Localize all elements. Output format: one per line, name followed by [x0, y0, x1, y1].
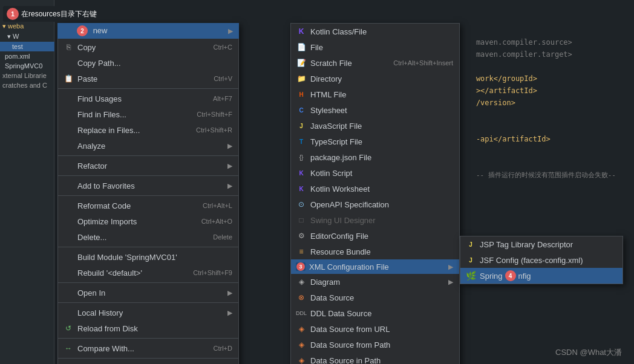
new-swing: □ Swing UI Designer — [291, 212, 459, 228]
xml-spring-config[interactable]: 🌿 Spring 4 nfig — [460, 268, 623, 284]
new-directory[interactable]: 📁 Directory — [291, 71, 459, 86]
new-label: 2 new — [77, 25, 107, 36]
new-kotlin-class-label: Kotlin Class/File — [310, 27, 367, 36]
copy-path-icon — [63, 57, 74, 68]
refactor-arrow: ▶ — [227, 162, 232, 170]
new-kotlin-class[interactable]: K Kotlin Class/File — [291, 24, 459, 39]
tree-item-test: test — [0, 42, 54, 51]
menu-copy[interactable]: ⎘ Copy Ctrl+C — [58, 39, 238, 55]
xml-jsf-config[interactable]: J JSF Config (faces-config.xml) — [460, 252, 623, 268]
new-stylesheet-label: Stylesheet — [310, 106, 347, 115]
menu-local-history[interactable]: Local History ▶ — [58, 305, 238, 320]
new-resource-bundle[interactable]: ≡ Resource Bundle — [291, 244, 459, 259]
jsf-config-icon: J — [465, 255, 476, 265]
new-kotlin-script[interactable]: K Kotlin Script — [291, 165, 459, 181]
ts-icon: T — [296, 136, 307, 147]
new-data-source-path[interactable]: ◈ Data Source from Path — [291, 337, 459, 353]
new-file-label: File — [310, 43, 323, 52]
xml-config-arrow: ▶ — [448, 263, 453, 271]
new-ddl-source[interactable]: DDL DDL Data Source — [291, 305, 459, 321]
new-js[interactable]: J JavaScript File — [291, 118, 459, 134]
menu-optimize-shortcut: Ctrl+Alt+O — [189, 218, 232, 225]
menu-copy-path[interactable]: Copy Path... — [58, 55, 238, 71]
scratch-icon: 📝 — [296, 57, 307, 68]
menu-build-module[interactable]: Build Module 'SpringMVC01' — [58, 249, 238, 265]
menu-optimize-imports[interactable]: Optimize Imports Ctrl+Alt+O — [58, 213, 238, 229]
menu-find-usages-label: Find Usages — [77, 94, 122, 103]
new-stylesheet[interactable]: C Stylesheet — [291, 102, 459, 118]
new-package-json[interactable]: {} package.json File — [291, 149, 459, 165]
replace-icon — [63, 125, 74, 135]
new-kotlin-worksheet-label: Kotlin Worksheet — [310, 184, 370, 193]
analyze-icon — [63, 140, 74, 151]
new-diagram[interactable]: ◈ Diagram ▶ — [291, 274, 459, 290]
new-directory-label: Directory — [310, 74, 342, 83]
menu-paste[interactable]: 📋 Paste Ctrl+V — [58, 71, 238, 86]
history-icon — [63, 307, 74, 318]
menu-reformat[interactable]: Reformat Code Ctrl+Alt+L — [58, 198, 238, 213]
menu-add-favorites-label: Add to Favorites — [77, 181, 135, 190]
new-js-label: JavaScript File — [310, 122, 362, 131]
tree-item-springmvc: SpringMVC0 — [0, 61, 54, 71]
new-kotlin-worksheet[interactable]: K Kotlin Worksheet — [291, 181, 459, 197]
menu-copy-path-label: Copy Path... — [77, 59, 121, 68]
ide-sidebar: ▾ weba ▾ W test pom.xml SpringMVC0 xtern… — [0, 0, 54, 364]
js-icon: J — [296, 120, 307, 131]
spring-icon: 🌿 — [465, 270, 476, 281]
sep-5 — [58, 247, 238, 247]
sep-6 — [58, 282, 238, 283]
menu-rebuild[interactable]: Rebuild '<default>' Ctrl+Shift+F9 — [58, 265, 238, 281]
new-openapi[interactable]: ⊙ OpenAPI Specification — [291, 197, 459, 212]
new-swing-label: Swing UI Designer — [310, 216, 376, 225]
sep-1 — [58, 88, 238, 89]
menu-analyze[interactable]: Analyze ▶ — [58, 138, 238, 154]
new-data-source-in-path-label: Data Source in Path — [310, 356, 381, 365]
new-data-source-in-path[interactable]: ◈ Data Source in Path — [291, 353, 459, 364]
new-menu-trigger[interactable]: 2 new ▶ — [57, 23, 239, 39]
tree-item-external: xternal Librarie — [0, 71, 54, 80]
new-ts-label: TypeScript File — [310, 137, 362, 146]
new-scratch[interactable]: 📝 Scratch File Ctrl+Alt+Shift+Insert — [291, 55, 459, 71]
sep-4 — [58, 195, 238, 196]
new-data-source[interactable]: ⊗ Data Source — [291, 290, 459, 305]
new-html[interactable]: H HTML File — [291, 86, 459, 102]
xml-spring-label: Spring — [480, 271, 503, 281]
favorites-arrow: ▶ — [227, 182, 232, 190]
menu-find-usages[interactable]: Find Usages Alt+F7 — [58, 91, 238, 106]
step3-badge-icon: 3 — [296, 262, 305, 271]
menu-rebuild-shortcut: Ctrl+Shift+F9 — [181, 269, 232, 276]
new-openapi-label: OpenAPI Specification — [310, 200, 389, 209]
menu-reload[interactable]: ↺ Reload from Disk — [58, 320, 238, 336]
menu-module-settings[interactable]: Open Module Settings F4 — [58, 360, 238, 364]
xml-jsp-tag[interactable]: J JSP Tag Library Descriptor — [460, 236, 623, 252]
data-source-in-path-icon: ◈ — [296, 355, 307, 364]
main-context-menu: ✂ Cut Ctrl+X ⎘ Copy Ctrl+C Copy Path... … — [57, 23, 239, 364]
new-file[interactable]: 📄 File — [291, 39, 459, 55]
find-usages-icon — [63, 93, 74, 104]
new-editorconfig-label: EditorConfig File — [310, 232, 368, 241]
open-in-icon — [63, 287, 74, 298]
menu-open-in[interactable]: Open In ▶ — [58, 285, 238, 301]
compare-icon: ↔ — [63, 343, 74, 354]
menu-open-in-label: Open In — [77, 288, 105, 297]
menu-delete[interactable]: Delete... Delete — [58, 229, 238, 245]
file-icon: 📄 — [296, 42, 307, 53]
new-data-source-url[interactable]: ◈ Data Source from URL — [291, 321, 459, 337]
menu-add-favorites[interactable]: Add to Favorites ▶ — [58, 178, 238, 193]
menu-refactor[interactable]: Refactor ▶ — [58, 158, 238, 174]
sep-2 — [58, 155, 238, 156]
menu-reload-label: Reload from Disk — [77, 324, 138, 333]
menu-compare[interactable]: ↔ Compare With... Ctrl+D — [58, 340, 238, 356]
data-source-icon: ⊗ — [296, 292, 307, 303]
xml-submenu: J JSP Tag Library Descriptor J JSF Confi… — [460, 236, 623, 284]
menu-copy-label: Copy — [77, 43, 96, 52]
new-ts[interactable]: T TypeScript File — [291, 134, 459, 149]
new-data-source-label: Data Source — [310, 293, 354, 302]
kt-script-icon: K — [296, 167, 307, 178]
new-editorconfig[interactable]: ⚙ EditorConfig File — [291, 228, 459, 244]
new-html-label: HTML File — [310, 90, 346, 99]
menu-find-usages-shortcut: Alt+F7 — [201, 95, 232, 102]
menu-find-in-files[interactable]: Find in Files... Ctrl+Shift+F — [58, 106, 238, 122]
menu-replace-in-files[interactable]: Replace in Files... Ctrl+Shift+R — [58, 122, 238, 138]
new-xml-config[interactable]: 3 XML Configuration File ▶ — [291, 259, 459, 274]
